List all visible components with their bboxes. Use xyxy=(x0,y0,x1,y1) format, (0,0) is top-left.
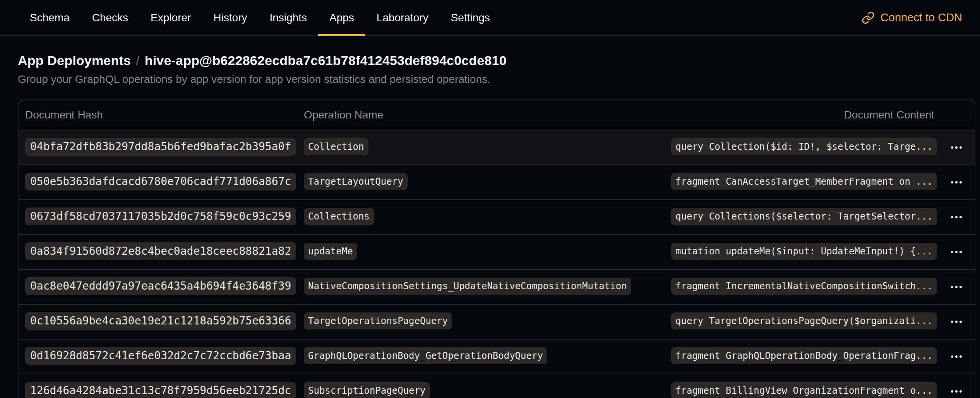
document-content-badge: query TargetOperationsPageQuery($organiz… xyxy=(671,312,937,329)
more-icon xyxy=(955,355,958,358)
more-icon xyxy=(959,321,962,323)
operation-name-badge: updateMe xyxy=(304,243,357,260)
more-icon xyxy=(951,216,953,218)
row-more-button[interactable] xyxy=(948,211,965,223)
nav-tab-history[interactable]: History xyxy=(202,0,258,35)
nav-tabs: SchemaChecksExplorerHistoryInsightsAppsL… xyxy=(19,0,501,35)
more-icon xyxy=(951,355,953,358)
nav-tab-insights[interactable]: Insights xyxy=(258,0,318,35)
header-document-hash: Document Hash xyxy=(19,109,304,121)
nav-tab-checks[interactable]: Checks xyxy=(81,0,139,35)
top-navigation: SchemaChecksExplorerHistoryInsightsAppsL… xyxy=(0,0,980,36)
document-content-badge: fragment IncrementalNativeCompositionSwi… xyxy=(671,278,937,295)
row-more-button[interactable] xyxy=(948,142,965,153)
more-icon xyxy=(951,321,953,323)
deployments-table: Document Hash Operation Name Document Co… xyxy=(18,100,975,398)
more-icon xyxy=(959,216,962,218)
nav-tab-settings[interactable]: Settings xyxy=(440,0,501,35)
row-more-button[interactable] xyxy=(948,316,965,328)
more-icon xyxy=(951,251,953,253)
operation-name-badge: GraphQLOperationBody_GetOperationBodyQue… xyxy=(304,347,547,364)
more-icon xyxy=(955,216,958,218)
more-icon xyxy=(959,251,962,253)
connect-to-cdn-button[interactable]: Connect to CDN xyxy=(862,0,962,35)
more-icon xyxy=(959,286,962,288)
table-body: 04bfa72dfb83b297dd8a5b6fed9bafac2b395a0f… xyxy=(19,130,975,398)
more-icon xyxy=(959,146,962,149)
more-icon xyxy=(951,181,953,184)
document-hash-badge: 0a834f91560d872e8c4bec0ade18ceec88821a82 xyxy=(25,242,296,260)
more-icon xyxy=(955,286,958,288)
document-content-badge: mutation updateMe($input: UpdateMeInput!… xyxy=(671,243,937,260)
more-icon xyxy=(955,390,958,393)
table-header-row: Document Hash Operation Name Document Co… xyxy=(19,100,975,130)
document-hash-badge: 050e5b363dafdcacd6780e706cadf771d06a867c xyxy=(25,173,296,190)
document-hash-badge: 0ac8e047eddd97a97eac6435a4b694f4e3648f39 xyxy=(25,277,296,295)
more-icon xyxy=(959,355,962,358)
link-icon xyxy=(862,11,875,24)
operation-name-badge: Collection xyxy=(304,138,368,155)
row-more-button[interactable] xyxy=(948,281,965,293)
document-content-badge: fragment GraphQLOperationBody_OperationF… xyxy=(671,347,937,364)
row-more-button[interactable] xyxy=(948,246,965,258)
breadcrumb: App Deployments / hive-app@b622862ecdba7… xyxy=(18,53,975,68)
operation-name-badge: NativeCompositionSettings_UpdateNativeCo… xyxy=(304,278,631,295)
breadcrumb-separator: / xyxy=(136,53,140,68)
document-hash-badge: 126d46a4284abe31c13c78f7959d56eeb21725dc xyxy=(25,382,296,398)
more-icon xyxy=(955,181,958,184)
document-content-badge: query Collection($id: ID!, $selector: Ta… xyxy=(671,138,937,155)
more-icon xyxy=(955,321,958,323)
table-row[interactable]: 0a834f91560d872e8c4bec0ade18ceec88821a82… xyxy=(19,234,975,269)
operation-name-badge: TargetOperationsPageQuery xyxy=(304,312,452,329)
header-operation-name: Operation Name xyxy=(304,109,671,121)
row-more-button[interactable] xyxy=(948,351,965,362)
nav-tab-laboratory[interactable]: Laboratory xyxy=(365,0,440,35)
row-more-button[interactable] xyxy=(948,177,965,188)
table-row[interactable]: 050e5b363dafdcacd6780e706cadf771d06a867c… xyxy=(19,165,975,199)
more-icon xyxy=(955,146,958,149)
nav-tab-schema[interactable]: Schema xyxy=(19,0,81,35)
connect-to-cdn-label: Connect to CDN xyxy=(881,11,962,24)
operation-name-badge: TargetLayoutQuery xyxy=(304,173,408,190)
table-row[interactable]: 126d46a4284abe31c13c78f7959d56eeb21725dc… xyxy=(19,374,975,398)
more-icon xyxy=(959,181,962,184)
table-row[interactable]: 0673df58cd7037117035b2d0c758f59c0c93c259… xyxy=(19,199,975,234)
document-hash-badge: 04bfa72dfb83b297dd8a5b6fed9bafac2b395a0f xyxy=(25,138,296,156)
operation-name-badge: SubscriptionPageQuery xyxy=(304,382,430,398)
nav-tab-explorer[interactable]: Explorer xyxy=(139,0,202,35)
table-row[interactable]: 0d16928d8572c41ef6e032d2c7c72ccbd6e73baa… xyxy=(19,339,975,374)
breadcrumb-app-name: hive-app@b622862ecdba7c61b78f412453def89… xyxy=(145,53,507,68)
document-hash-badge: 0673df58cd7037117035b2d0c758f59c0c93c259 xyxy=(25,208,296,225)
document-content-badge: query Collections($selector: TargetSelec… xyxy=(671,208,937,225)
more-icon xyxy=(951,146,953,149)
document-hash-badge: 0d16928d8572c41ef6e032d2c7c72ccbd6e73baa xyxy=(25,347,296,365)
main-content: App Deployments / hive-app@b622862ecdba7… xyxy=(0,36,980,398)
document-hash-badge: 0c10556a9be4ca30e19e21c1218a592b75e63366 xyxy=(25,312,296,330)
table-row[interactable]: 0ac8e047eddd97a97eac6435a4b694f4e3648f39… xyxy=(19,269,975,304)
document-content-badge: fragment CanAccessTarget_MemberFragment … xyxy=(671,173,937,190)
page-subtitle: Group your GraphQL operations by app ver… xyxy=(18,73,975,86)
table-row[interactable]: 04bfa72dfb83b297dd8a5b6fed9bafac2b395a0f… xyxy=(19,130,975,165)
document-content-badge: fragment BillingView_OrganizationFragmen… xyxy=(671,382,937,398)
operation-name-badge: Collections xyxy=(304,208,374,225)
more-icon xyxy=(959,390,962,393)
breadcrumb-section: App Deployments xyxy=(18,53,131,68)
more-icon xyxy=(951,390,953,393)
more-icon xyxy=(955,251,958,253)
nav-tab-apps[interactable]: Apps xyxy=(318,0,365,35)
header-document-content: Document Content xyxy=(671,109,938,121)
table-row[interactable]: 0c10556a9be4ca30e19e21c1218a592b75e63366… xyxy=(19,304,975,339)
row-more-button[interactable] xyxy=(948,386,965,397)
more-icon xyxy=(951,286,953,288)
